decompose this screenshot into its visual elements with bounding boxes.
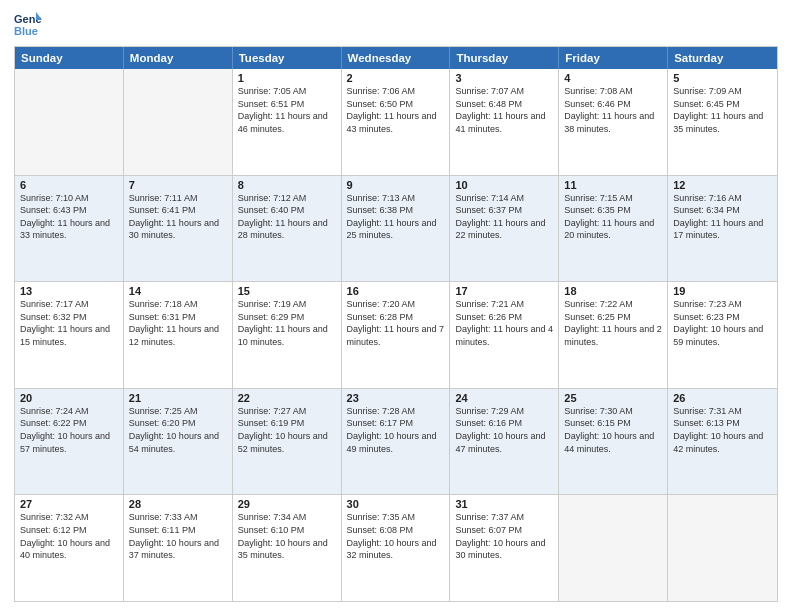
day-info: Sunrise: 7:24 AM Sunset: 6:22 PM Dayligh… [20, 405, 118, 455]
calendar-row: 13Sunrise: 7:17 AM Sunset: 6:32 PM Dayli… [15, 281, 777, 388]
calendar-cell: 18Sunrise: 7:22 AM Sunset: 6:25 PM Dayli… [559, 282, 668, 388]
calendar-cell: 5Sunrise: 7:09 AM Sunset: 6:45 PM Daylig… [668, 69, 777, 175]
calendar: SundayMondayTuesdayWednesdayThursdayFrid… [14, 46, 778, 602]
calendar-cell: 7Sunrise: 7:11 AM Sunset: 6:41 PM Daylig… [124, 176, 233, 282]
day-number: 31 [455, 498, 553, 510]
calendar-cell: 17Sunrise: 7:21 AM Sunset: 6:26 PM Dayli… [450, 282, 559, 388]
day-info: Sunrise: 7:08 AM Sunset: 6:46 PM Dayligh… [564, 85, 662, 135]
day-number: 3 [455, 72, 553, 84]
day-info: Sunrise: 7:21 AM Sunset: 6:26 PM Dayligh… [455, 298, 553, 348]
day-info: Sunrise: 7:10 AM Sunset: 6:43 PM Dayligh… [20, 192, 118, 242]
calendar-cell [15, 69, 124, 175]
calendar-cell: 19Sunrise: 7:23 AM Sunset: 6:23 PM Dayli… [668, 282, 777, 388]
day-info: Sunrise: 7:06 AM Sunset: 6:50 PM Dayligh… [347, 85, 445, 135]
day-info: Sunrise: 7:12 AM Sunset: 6:40 PM Dayligh… [238, 192, 336, 242]
day-info: Sunrise: 7:13 AM Sunset: 6:38 PM Dayligh… [347, 192, 445, 242]
day-number: 16 [347, 285, 445, 297]
header-day-friday: Friday [559, 47, 668, 69]
day-info: Sunrise: 7:37 AM Sunset: 6:07 PM Dayligh… [455, 511, 553, 561]
header-day-thursday: Thursday [450, 47, 559, 69]
day-info: Sunrise: 7:22 AM Sunset: 6:25 PM Dayligh… [564, 298, 662, 348]
calendar-cell: 16Sunrise: 7:20 AM Sunset: 6:28 PM Dayli… [342, 282, 451, 388]
calendar-cell: 28Sunrise: 7:33 AM Sunset: 6:11 PM Dayli… [124, 495, 233, 601]
calendar-cell: 8Sunrise: 7:12 AM Sunset: 6:40 PM Daylig… [233, 176, 342, 282]
day-info: Sunrise: 7:25 AM Sunset: 6:20 PM Dayligh… [129, 405, 227, 455]
calendar-header: SundayMondayTuesdayWednesdayThursdayFrid… [15, 47, 777, 69]
day-number: 25 [564, 392, 662, 404]
calendar-cell: 23Sunrise: 7:28 AM Sunset: 6:17 PM Dayli… [342, 389, 451, 495]
calendar-cell: 21Sunrise: 7:25 AM Sunset: 6:20 PM Dayli… [124, 389, 233, 495]
day-number: 13 [20, 285, 118, 297]
day-number: 10 [455, 179, 553, 191]
day-number: 9 [347, 179, 445, 191]
day-number: 15 [238, 285, 336, 297]
day-number: 20 [20, 392, 118, 404]
calendar-cell: 22Sunrise: 7:27 AM Sunset: 6:19 PM Dayli… [233, 389, 342, 495]
day-info: Sunrise: 7:11 AM Sunset: 6:41 PM Dayligh… [129, 192, 227, 242]
day-info: Sunrise: 7:30 AM Sunset: 6:15 PM Dayligh… [564, 405, 662, 455]
day-number: 18 [564, 285, 662, 297]
calendar-body: 1Sunrise: 7:05 AM Sunset: 6:51 PM Daylig… [15, 69, 777, 601]
calendar-cell [668, 495, 777, 601]
logo-icon: General Blue [14, 10, 42, 38]
day-number: 24 [455, 392, 553, 404]
day-info: Sunrise: 7:34 AM Sunset: 6:10 PM Dayligh… [238, 511, 336, 561]
calendar-cell [559, 495, 668, 601]
day-info: Sunrise: 7:35 AM Sunset: 6:08 PM Dayligh… [347, 511, 445, 561]
calendar-cell: 9Sunrise: 7:13 AM Sunset: 6:38 PM Daylig… [342, 176, 451, 282]
calendar-cell: 13Sunrise: 7:17 AM Sunset: 6:32 PM Dayli… [15, 282, 124, 388]
calendar-cell: 14Sunrise: 7:18 AM Sunset: 6:31 PM Dayli… [124, 282, 233, 388]
day-number: 23 [347, 392, 445, 404]
calendar-cell: 1Sunrise: 7:05 AM Sunset: 6:51 PM Daylig… [233, 69, 342, 175]
calendar-row: 27Sunrise: 7:32 AM Sunset: 6:12 PM Dayli… [15, 494, 777, 601]
header-day-monday: Monday [124, 47, 233, 69]
day-number: 26 [673, 392, 772, 404]
day-number: 19 [673, 285, 772, 297]
calendar-cell: 6Sunrise: 7:10 AM Sunset: 6:43 PM Daylig… [15, 176, 124, 282]
day-number: 17 [455, 285, 553, 297]
calendar-cell: 26Sunrise: 7:31 AM Sunset: 6:13 PM Dayli… [668, 389, 777, 495]
day-info: Sunrise: 7:32 AM Sunset: 6:12 PM Dayligh… [20, 511, 118, 561]
day-info: Sunrise: 7:14 AM Sunset: 6:37 PM Dayligh… [455, 192, 553, 242]
day-info: Sunrise: 7:33 AM Sunset: 6:11 PM Dayligh… [129, 511, 227, 561]
day-number: 14 [129, 285, 227, 297]
calendar-cell: 24Sunrise: 7:29 AM Sunset: 6:16 PM Dayli… [450, 389, 559, 495]
day-info: Sunrise: 7:16 AM Sunset: 6:34 PM Dayligh… [673, 192, 772, 242]
day-number: 29 [238, 498, 336, 510]
day-info: Sunrise: 7:23 AM Sunset: 6:23 PM Dayligh… [673, 298, 772, 348]
header: General Blue [14, 10, 778, 38]
calendar-row: 1Sunrise: 7:05 AM Sunset: 6:51 PM Daylig… [15, 69, 777, 175]
calendar-row: 6Sunrise: 7:10 AM Sunset: 6:43 PM Daylig… [15, 175, 777, 282]
day-info: Sunrise: 7:07 AM Sunset: 6:48 PM Dayligh… [455, 85, 553, 135]
day-number: 30 [347, 498, 445, 510]
day-number: 8 [238, 179, 336, 191]
day-number: 21 [129, 392, 227, 404]
day-number: 7 [129, 179, 227, 191]
calendar-cell: 2Sunrise: 7:06 AM Sunset: 6:50 PM Daylig… [342, 69, 451, 175]
header-day-sunday: Sunday [15, 47, 124, 69]
day-info: Sunrise: 7:20 AM Sunset: 6:28 PM Dayligh… [347, 298, 445, 348]
day-number: 28 [129, 498, 227, 510]
calendar-cell: 20Sunrise: 7:24 AM Sunset: 6:22 PM Dayli… [15, 389, 124, 495]
day-info: Sunrise: 7:29 AM Sunset: 6:16 PM Dayligh… [455, 405, 553, 455]
day-number: 22 [238, 392, 336, 404]
day-number: 4 [564, 72, 662, 84]
day-info: Sunrise: 7:18 AM Sunset: 6:31 PM Dayligh… [129, 298, 227, 348]
day-info: Sunrise: 7:15 AM Sunset: 6:35 PM Dayligh… [564, 192, 662, 242]
day-info: Sunrise: 7:09 AM Sunset: 6:45 PM Dayligh… [673, 85, 772, 135]
day-info: Sunrise: 7:17 AM Sunset: 6:32 PM Dayligh… [20, 298, 118, 348]
calendar-row: 20Sunrise: 7:24 AM Sunset: 6:22 PM Dayli… [15, 388, 777, 495]
calendar-cell: 30Sunrise: 7:35 AM Sunset: 6:08 PM Dayli… [342, 495, 451, 601]
calendar-cell [124, 69, 233, 175]
day-info: Sunrise: 7:27 AM Sunset: 6:19 PM Dayligh… [238, 405, 336, 455]
svg-text:Blue: Blue [14, 25, 38, 37]
logo: General Blue [14, 10, 46, 38]
day-number: 6 [20, 179, 118, 191]
calendar-cell: 3Sunrise: 7:07 AM Sunset: 6:48 PM Daylig… [450, 69, 559, 175]
header-day-wednesday: Wednesday [342, 47, 451, 69]
day-number: 12 [673, 179, 772, 191]
header-day-saturday: Saturday [668, 47, 777, 69]
day-number: 2 [347, 72, 445, 84]
calendar-cell: 25Sunrise: 7:30 AM Sunset: 6:15 PM Dayli… [559, 389, 668, 495]
day-number: 27 [20, 498, 118, 510]
